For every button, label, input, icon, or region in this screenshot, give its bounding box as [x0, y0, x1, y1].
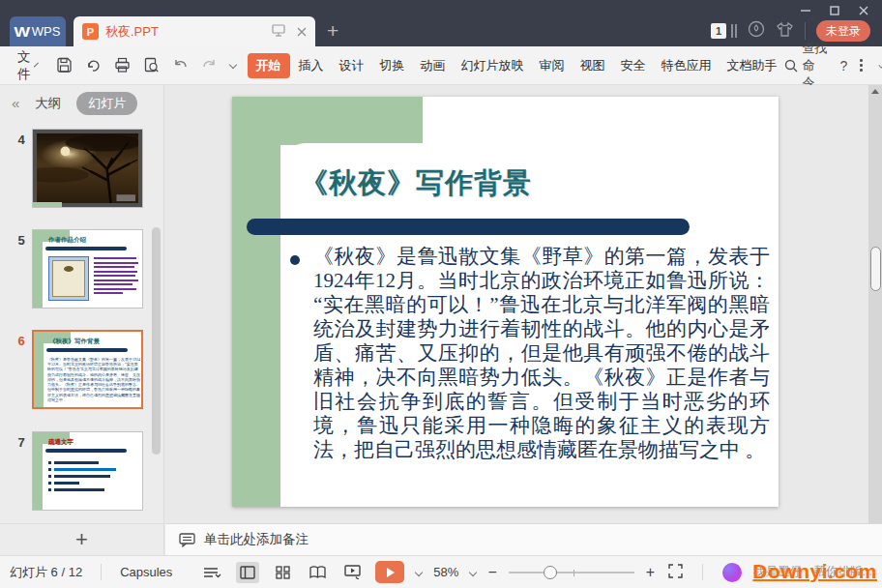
add-slide-button[interactable]: + [0, 523, 163, 555]
stacked-windows-icon [731, 24, 737, 38]
tab-slideshow[interactable]: 幻灯片放映 [455, 53, 531, 78]
close-button[interactable] [849, 0, 878, 21]
current-slide[interactable]: 《秋夜》写作背景 《秋夜》是鲁迅散文集《野草》的第一篇，发表于1924年12月。… [232, 97, 779, 507]
reading-view-icon[interactable] [306, 562, 329, 583]
export-icon[interactable] [85, 57, 102, 74]
qat-more-chevron-icon[interactable] [228, 60, 236, 68]
zoom-out-button[interactable]: − [487, 564, 496, 581]
document-count-badge[interactable]: 1 [711, 23, 726, 39]
slideshow-view-icon[interactable] [340, 562, 364, 583]
tab-home[interactable]: 开始 [248, 53, 290, 78]
tab-close-icon[interactable] [297, 23, 307, 41]
notes-bar[interactable]: 单击此处添加备注 [165, 523, 882, 555]
tab-slides[interactable]: 幻灯片 [76, 92, 137, 115]
redo-icon[interactable] [201, 58, 218, 73]
ribbon-bar: 文件 开始 插入 设计 切换 动画 幻灯片放映 审阅 视图 安全 特色应 [0, 46, 882, 85]
tab-view[interactable]: 视图 [573, 53, 612, 78]
canvas-scrollbar[interactable] [868, 85, 882, 523]
slide-green-band [232, 97, 280, 507]
file-menu-chevron-icon[interactable] [34, 62, 39, 67]
slide-body-text[interactable]: 《秋夜》是鲁迅散文集《野草》的第一篇，发表于1924年12月。当时北京的政治环境… [313, 245, 770, 462]
collapse-panel-icon[interactable]: « [12, 95, 19, 111]
notes-toggle-icon[interactable] [201, 562, 224, 583]
thumbnail-title: 疏通文字 [48, 438, 74, 447]
bullet-lines [48, 461, 137, 495]
tab-review[interactable]: 审阅 [533, 53, 572, 78]
tab-transitions[interactable]: 切换 [373, 53, 412, 78]
projection-icon[interactable] [272, 23, 285, 41]
slide-counter: 幻灯片 6 / 12 [10, 564, 82, 581]
window-controls [791, 0, 878, 21]
new-tab-button[interactable]: + [327, 19, 338, 43]
statusbar-left: 幻灯片 6 / 12 Capsules [10, 564, 172, 581]
wps-menu-button[interactable]: W WPS [10, 16, 66, 46]
assistant-avatar[interactable] [722, 563, 742, 582]
search-placeholder: 查找命令... [803, 40, 828, 92]
zoom-chevron-icon[interactable] [469, 568, 477, 575]
tab-animations[interactable]: 动画 [414, 53, 453, 78]
ribbon-right-cluster: 查找命令... ? [784, 40, 882, 92]
slide-panel: « 大纲 幻灯片 4 [0, 85, 164, 555]
slide-title[interactable]: 《秋夜》写作背景 [300, 164, 532, 203]
minimize-button[interactable] [791, 0, 820, 21]
member-icon[interactable] [748, 20, 765, 42]
capsules-label[interactable]: Capsules [120, 565, 172, 579]
panel-scrollbar-thumb[interactable] [152, 227, 161, 455]
wps-label: WPS [32, 24, 61, 39]
night-photo [33, 130, 142, 207]
zoom-in-button[interactable]: + [646, 564, 655, 581]
zoom-slider-knob[interactable] [544, 566, 557, 579]
text-lines [94, 257, 138, 297]
thumbnail-title: 作者作品介绍 [48, 236, 86, 245]
quick-access-toolbar [56, 57, 240, 74]
slide-canvas: 《秋夜》写作背景 《秋夜》是鲁迅散文集《野草》的第一篇，发表于1924年12月。… [165, 85, 882, 523]
save-icon[interactable] [56, 57, 73, 74]
thumbnail-body-text: 《秋夜》是鲁迅散文集《野草》的第一篇，发表于1924年12月。当时北京的政治环境… [47, 357, 140, 407]
print-preview-icon[interactable] [143, 57, 160, 74]
find-command-search[interactable]: 查找命令... [784, 40, 828, 92]
tab-design[interactable]: 设计 [333, 53, 371, 78]
file-menu[interactable]: 文件 [17, 48, 31, 83]
zoom-slider[interactable] [509, 566, 634, 579]
book-cover-image [48, 256, 89, 301]
slide-thumbnail-5[interactable]: 作者作品介绍 [32, 229, 143, 309]
slide-thumbnail-4[interactable] [32, 129, 143, 208]
play-icon [387, 568, 395, 577]
document-tab-title: 秋夜.PPT [105, 23, 272, 41]
more-options-icon[interactable] [860, 59, 863, 72]
thumbnail-number: 6 [14, 334, 29, 348]
notes-icon [179, 533, 195, 547]
slide-panel-header: « 大纲 幻灯片 [0, 85, 163, 121]
play-slideshow-button[interactable] [375, 561, 404, 583]
slide-thumbnail-6[interactable]: 《秋夜》写作背景 《秋夜》是鲁迅散文集《野草》的第一篇，发表于1924年12月。… [32, 330, 143, 409]
slide-thumbnail-7[interactable]: 疏通文字 [32, 431, 143, 511]
search-icon [784, 59, 798, 73]
scroll-up-icon[interactable] [871, 89, 879, 94]
undo-icon[interactable] [172, 58, 189, 73]
canvas-scrollbar-thumb[interactable] [870, 247, 881, 291]
watermark: Downyi.com [752, 560, 877, 583]
tab-outline[interactable]: 大纲 [35, 95, 61, 112]
status-bar: 幻灯片 6 / 12 Capsules 58% − + [0, 555, 882, 588]
print-icon[interactable] [114, 57, 131, 74]
collapse-ribbon-chevron-icon[interactable] [878, 61, 882, 68]
document-tab[interactable]: P 秋夜.PPT [74, 16, 315, 46]
thumbnail-number: 7 [14, 435, 29, 450]
maximize-button[interactable] [820, 0, 849, 21]
bullet-icon [290, 255, 300, 265]
help-button[interactable]: ? [840, 58, 848, 74]
fit-to-window-icon[interactable] [668, 564, 683, 581]
play-options-chevron-icon[interactable] [415, 568, 423, 575]
tab-special-features[interactable]: 特色应用 [655, 53, 719, 78]
zoom-level[interactable]: 58% [433, 565, 458, 579]
thumbnail-number: 4 [14, 132, 29, 147]
ppt-file-icon: P [82, 23, 99, 40]
skin-theme-icon[interactable] [776, 21, 794, 42]
thumbnail-title: 《秋夜》写作背景 [49, 338, 100, 346]
slide-sorter-icon[interactable] [271, 562, 294, 583]
tab-security[interactable]: 安全 [614, 53, 653, 78]
titlebar-separator [805, 22, 806, 40]
tab-doc-assistant[interactable]: 文档助手 [720, 53, 784, 78]
normal-view-icon[interactable] [236, 562, 259, 583]
tab-insert[interactable]: 插入 [292, 53, 331, 78]
